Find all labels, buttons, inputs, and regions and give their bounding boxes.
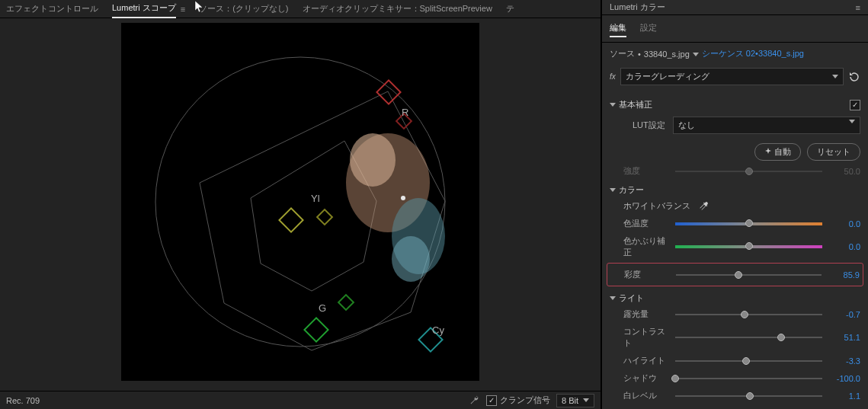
fx-badge: fx: [610, 72, 616, 81]
tint-slider[interactable]: [675, 245, 822, 248]
tint-value[interactable]: 0.0: [827, 242, 860, 251]
svg-point-15: [392, 236, 430, 282]
colorspace-label: Rec. 709: [6, 396, 40, 405]
contrast-label: コントラスト: [610, 326, 671, 349]
scope-label-r: R: [402, 107, 408, 118]
source-row: ソース•33840_s.jpg シーケンス 02•33840_s.jpg: [602, 43, 868, 65]
status-bar: Rec. 709 クランプ信号 8 Bit: [0, 391, 601, 409]
svg-rect-8: [279, 208, 303, 232]
panel-title: Lumetri カラー: [610, 2, 665, 13]
temperature-value[interactable]: 0.0: [827, 219, 860, 228]
reset-button[interactable]: リセット: [807, 143, 860, 161]
eyedropper-icon[interactable]: [698, 201, 709, 212]
tab-source[interactable]: ソース：(クリップなし): [199, 0, 288, 18]
saturation-label: 彩度: [610, 269, 671, 280]
panel-subtabs: 編集 設定: [602, 15, 868, 43]
tab-more[interactable]: テ: [506, 0, 514, 18]
scope-label-cy: Cy: [432, 324, 444, 336]
reset-icon[interactable]: [848, 71, 860, 83]
bit-depth-select[interactable]: 8 Bit: [556, 394, 594, 407]
highlight-value[interactable]: -3.3: [827, 356, 860, 366]
saturation-slider[interactable]: [676, 274, 822, 276]
lut-select[interactable]: なし: [673, 117, 860, 134]
shadow-value[interactable]: -100.0: [827, 374, 860, 383]
scope-area: R Mg B Cy G Yl: [0, 18, 601, 391]
panel-header: Lumetri カラー ≡: [602, 0, 868, 15]
panel-menu-icon[interactable]: ≡: [856, 3, 860, 12]
effect-select[interactable]: カラーグレーディング: [620, 68, 844, 85]
contrast-value[interactable]: 51.1: [827, 333, 860, 342]
exposure-slider[interactable]: [675, 314, 822, 315]
white-slider[interactable]: [675, 395, 822, 397]
exposure-label: 露光量: [610, 308, 671, 320]
color-section-header[interactable]: カラー: [610, 180, 860, 197]
temperature-label: 色温度: [610, 218, 671, 229]
svg-rect-10: [317, 209, 332, 225]
highlight-slider[interactable]: [675, 360, 822, 362]
tint-label: 色かぶり補正: [610, 235, 671, 258]
scope-label-yl: Yl: [311, 193, 320, 204]
temperature-slider[interactable]: [675, 222, 822, 225]
contrast-slider[interactable]: [675, 337, 822, 338]
sequence-link[interactable]: シーケンス 02•33840_s.jpg: [702, 48, 804, 59]
tab-audio-mixer[interactable]: オーディオクリップミキサー：SplitScreenPreview: [303, 0, 492, 18]
svg-rect-11: [338, 295, 354, 310]
shadow-slider[interactable]: [675, 378, 822, 379]
clamp-checkbox[interactable]: クランプ信号: [486, 395, 550, 406]
intensity-value: 50.0: [827, 167, 860, 176]
exposure-value[interactable]: -0.7: [827, 310, 860, 319]
saturation-value[interactable]: 85.9: [826, 270, 860, 280]
intensity-label: 強度: [610, 165, 671, 177]
intensity-slider[interactable]: [675, 171, 822, 172]
basic-correction-header[interactable]: 基本補正: [610, 99, 652, 110]
shadow-label: シャドウ: [610, 372, 671, 384]
basic-correction-toggle[interactable]: [850, 100, 860, 110]
white-label: 白レベル: [610, 390, 671, 401]
subtab-settings[interactable]: 設定: [640, 20, 657, 37]
white-value[interactable]: 1.1: [827, 391, 860, 401]
svg-rect-7: [304, 318, 328, 341]
svg-point-16: [401, 196, 405, 200]
tab-menu-icon[interactable]: ≡: [181, 5, 185, 14]
auto-button[interactable]: 自動: [754, 143, 801, 161]
tab-lumetri-scope[interactable]: Lumetri スコープ: [112, 0, 176, 18]
wrench-icon[interactable]: [469, 395, 480, 406]
light-section-header[interactable]: ライト: [610, 288, 860, 305]
lut-label: LUT設定: [633, 120, 665, 131]
whitebalance-label: ホワイトバランス: [623, 200, 690, 212]
tab-effect-control[interactable]: エフェクトコントロール: [6, 0, 98, 18]
highlight-label: ハイライト: [610, 355, 671, 366]
top-tab-bar: エフェクトコントロール Lumetri スコープ ≡ ソース：(クリップなし) …: [0, 0, 601, 18]
svg-point-13: [350, 133, 396, 187]
vectorscope-canvas: R Mg B Cy G Yl: [121, 23, 479, 381]
scope-label-g: G: [319, 302, 326, 314]
subtab-edit[interactable]: 編集: [610, 20, 626, 37]
